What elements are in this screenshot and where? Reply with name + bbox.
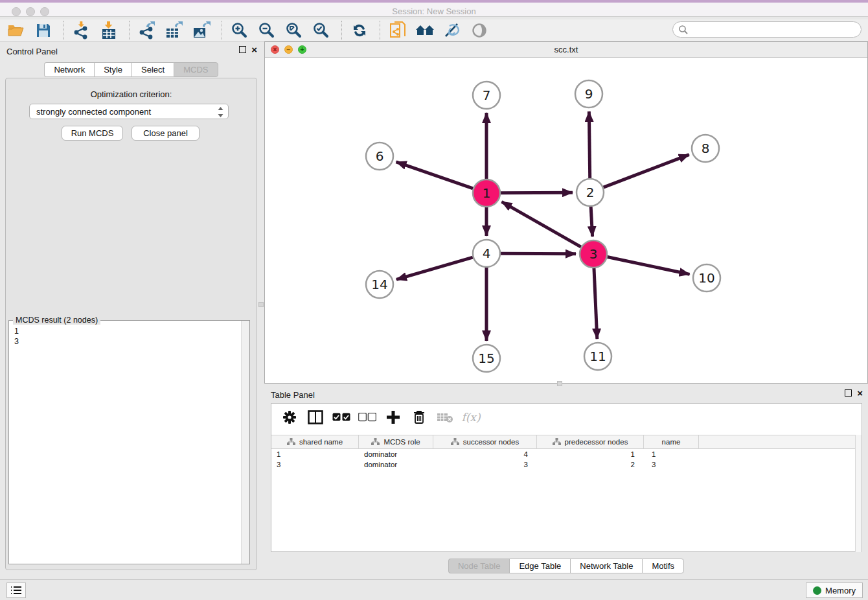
column-header-predecessor-nodes[interactable]: predecessor nodes: [537, 435, 644, 448]
select-all-checkboxes-icon[interactable]: [332, 409, 350, 426]
control-panel: Control Panel × Network Style Select MCD…: [0, 41, 262, 579]
window-titlebar: Session: New Session: [0, 0, 868, 17]
select-stepper-icon: [217, 106, 224, 118]
delete-column-icon[interactable]: [410, 409, 428, 426]
mcds-result-line: 3: [14, 336, 241, 347]
graph-node-label-1: 1: [483, 185, 491, 201]
control-panel-tabs: Network Style Select MCDS: [0, 62, 262, 77]
tab-node-table[interactable]: Node Table: [448, 559, 510, 573]
network-window-title: scc.txt: [265, 45, 867, 54]
search-input[interactable]: [672, 21, 862, 38]
toggle-panes-icon[interactable]: [306, 409, 325, 426]
mcds-result-text[interactable]: 1 3: [9, 322, 241, 563]
zoom-selected-icon[interactable]: [312, 21, 331, 40]
table-row[interactable]: 1 dominator 4 1 1: [271, 450, 862, 460]
graph-node-label-3: 3: [589, 246, 598, 262]
table-row[interactable]: 3 dominator 3 2 3: [271, 460, 862, 470]
run-mcds-button[interactable]: Run MCDS: [62, 126, 123, 141]
column-header-shared-name[interactable]: shared name: [271, 435, 359, 448]
zoom-fit-icon[interactable]: [284, 21, 304, 40]
cell-shared-name[interactable]: 3: [271, 460, 359, 470]
tab-network-table[interactable]: Network Table: [570, 559, 642, 573]
network-canvas[interactable]: 7968124314101511: [265, 58, 867, 383]
graph-edge-4-14[interactable]: [396, 257, 473, 279]
toolbar-separator: [380, 21, 380, 40]
cell-name[interactable]: 1: [644, 450, 699, 460]
tab-network[interactable]: Network: [44, 62, 94, 77]
cell-predecessor-nodes[interactable]: 1: [537, 450, 644, 460]
graph-node-label-15: 15: [478, 351, 494, 366]
hierarchy-icon: [371, 438, 380, 446]
control-panel-header: Control Panel ×: [0, 41, 262, 61]
graph-edge-1-2[interactable]: [501, 192, 573, 193]
list-icon: [10, 586, 22, 595]
control-panel-title: Control Panel: [6, 47, 58, 56]
float-table-panel-icon[interactable]: [845, 389, 852, 397]
toolbar-separator: [63, 21, 64, 40]
cell-successor-nodes[interactable]: 3: [433, 460, 537, 470]
import-network-icon[interactable]: [72, 21, 91, 40]
graph-edge-3-10[interactable]: [608, 257, 690, 275]
import-table-icon[interactable]: [99, 21, 119, 40]
graph-edge-2-9[interactable]: [589, 111, 589, 178]
cell-mcds-role[interactable]: dominator: [359, 460, 433, 470]
show-all-icon[interactable]: [470, 21, 489, 40]
close-table-panel-icon[interactable]: ×: [857, 389, 863, 397]
table-tabs: Node Table Edge Table Network Table Moti…: [264, 559, 868, 573]
tab-edge-table[interactable]: Edge Table: [509, 559, 570, 573]
graph-node-label-6: 6: [376, 148, 384, 164]
splitter-handle[interactable]: [557, 381, 562, 386]
tab-mcds[interactable]: MCDS: [174, 62, 218, 77]
optimization-criterion-value: strongly connected component: [36, 107, 151, 117]
float-panel-icon[interactable]: [239, 46, 246, 53]
cell-predecessor-nodes[interactable]: 2: [537, 460, 644, 470]
settings-gear-icon[interactable]: [280, 409, 299, 426]
open-file-icon[interactable]: [6, 21, 26, 40]
window-title: Session: New Session: [0, 6, 868, 16]
splitter-handle[interactable]: [258, 302, 264, 307]
graph-edge-2-8[interactable]: [604, 155, 689, 188]
graph-edge-4-3[interactable]: [501, 253, 576, 254]
graph-node-label-11: 11: [589, 349, 606, 364]
cell-name[interactable]: 3: [644, 460, 699, 470]
tab-select[interactable]: Select: [131, 62, 174, 77]
cell-mcds-role[interactable]: dominator: [359, 450, 433, 460]
task-history-button[interactable]: [6, 583, 26, 598]
graph-edge-1-6[interactable]: [396, 162, 474, 189]
graph-edge-3-1[interactable]: [501, 202, 580, 247]
graph-node-label-2: 2: [586, 185, 595, 200]
graph-edge-3-11[interactable]: [594, 268, 597, 339]
table-panel-title: Table Panel: [271, 390, 315, 400]
close-panel-icon[interactable]: ×: [251, 46, 257, 53]
zoom-in-icon[interactable]: [230, 21, 249, 40]
column-header-mcds-role[interactable]: MCDS role: [359, 435, 433, 448]
hierarchy-icon: [451, 438, 459, 446]
column-header-name[interactable]: name: [644, 435, 699, 448]
first-neighbors-icon[interactable]: [415, 21, 435, 40]
memory-button[interactable]: Memory: [806, 583, 863, 598]
table-toolbar: f(x): [271, 404, 862, 431]
optimization-criterion-select[interactable]: strongly connected component: [29, 104, 229, 119]
refresh-icon[interactable]: [350, 21, 369, 40]
clone-network-icon[interactable]: [388, 21, 407, 40]
column-header-successor-nodes[interactable]: successor nodes: [433, 435, 537, 448]
tab-motifs[interactable]: Motifs: [642, 559, 684, 573]
export-image-icon[interactable]: [192, 21, 211, 40]
mcds-result-scrollbar[interactable]: [241, 321, 249, 564]
mcds-panel-body: Optimization criterion: strongly connect…: [5, 78, 257, 570]
function-builder-disabled-icon: f(x): [462, 409, 480, 426]
graph-edge-2-3[interactable]: [591, 207, 592, 237]
table-scrollbar[interactable]: [855, 435, 862, 552]
save-session-icon[interactable]: [34, 21, 53, 40]
graph-node-label-7: 7: [483, 87, 491, 103]
deselect-all-checkboxes-icon[interactable]: [358, 409, 376, 426]
close-panel-button[interactable]: Close panel: [131, 126, 200, 141]
export-network-icon[interactable]: [137, 21, 157, 40]
cell-successor-nodes[interactable]: 4: [433, 450, 537, 460]
add-column-icon[interactable]: [384, 409, 402, 426]
export-table-icon[interactable]: [165, 21, 184, 40]
hide-selected-icon[interactable]: [442, 21, 462, 40]
cell-shared-name[interactable]: 1: [271, 450, 359, 460]
zoom-out-icon[interactable]: [257, 21, 277, 40]
tab-style[interactable]: Style: [94, 62, 131, 77]
